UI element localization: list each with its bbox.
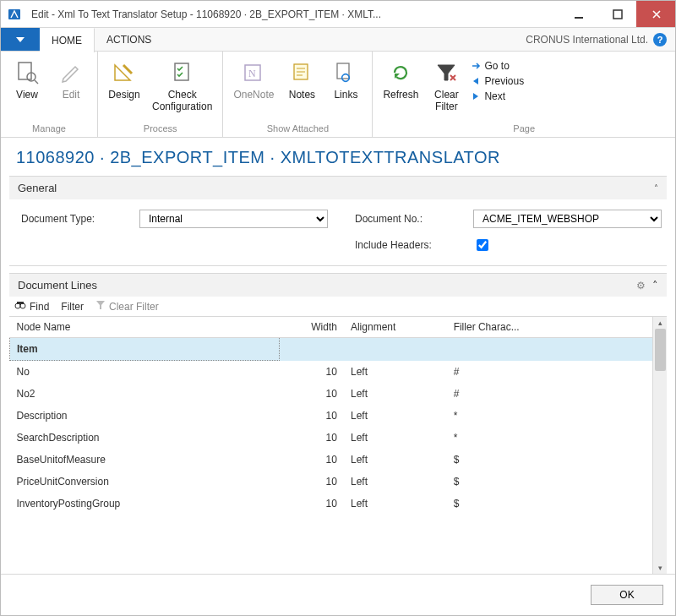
notes-button[interactable]: Notes bbox=[282, 57, 321, 102]
cell-node-name[interactable]: No2 bbox=[10, 383, 280, 405]
col-filler[interactable]: Filler Charac... bbox=[447, 317, 652, 338]
design-button[interactable]: Design bbox=[105, 57, 144, 102]
table-row[interactable]: Description10Left* bbox=[10, 405, 653, 427]
table-row[interactable]: Item bbox=[10, 338, 653, 361]
view-button[interactable]: View bbox=[8, 57, 46, 102]
table-row[interactable]: No10Left# bbox=[10, 361, 653, 384]
edit-button: Edit bbox=[52, 57, 90, 102]
triangle-left-icon bbox=[471, 76, 481, 86]
cell-node-name[interactable]: InventoryPostingGroup bbox=[10, 493, 280, 515]
minimize-button[interactable] bbox=[559, 1, 597, 27]
cell-width[interactable]: 10 bbox=[280, 449, 344, 471]
cell-alignment[interactable] bbox=[344, 338, 447, 361]
gear-icon[interactable]: ⚙ bbox=[636, 280, 646, 292]
cell-node-name[interactable]: PriceUnitConversion bbox=[10, 471, 280, 493]
fasttab-general: General ˄ Document Type: Internal Docume… bbox=[9, 176, 667, 266]
filter-button[interactable]: Filter bbox=[61, 301, 84, 313]
svg-rect-3 bbox=[19, 63, 31, 79]
onenote-button: N OneNote bbox=[230, 57, 277, 102]
goto-link[interactable]: Go to bbox=[471, 60, 524, 72]
document-no-select[interactable]: ACME_ITEM_WEBSHOP bbox=[473, 210, 662, 228]
note-icon bbox=[287, 58, 316, 87]
svg-rect-1 bbox=[575, 17, 583, 19]
scroll-down-arrow[interactable]: ▾ bbox=[653, 562, 667, 574]
cell-filler[interactable]: $ bbox=[447, 471, 652, 493]
cell-width[interactable]: 10 bbox=[280, 405, 344, 427]
ok-button[interactable]: OK bbox=[591, 585, 663, 605]
check-configuration-button[interactable]: Check Configuration bbox=[149, 57, 215, 114]
cell-width[interactable] bbox=[280, 338, 344, 361]
table-row[interactable]: SearchDescription10Left* bbox=[10, 427, 653, 449]
cell-width[interactable]: 10 bbox=[280, 383, 344, 405]
scroll-up-arrow[interactable]: ▴ bbox=[653, 317, 667, 329]
include-headers-checkbox[interactable] bbox=[477, 239, 488, 251]
cell-alignment[interactable]: Left bbox=[344, 361, 447, 384]
cell-node-name[interactable]: No bbox=[10, 361, 280, 384]
system-menu-button[interactable] bbox=[1, 28, 40, 51]
clear-filter-button[interactable]: Clear Filter bbox=[427, 57, 466, 114]
ribbon-group-page: Refresh Clear Filter Go to bbox=[373, 52, 675, 137]
maximize-button[interactable] bbox=[597, 1, 636, 27]
table-row[interactable]: InventoryPostingGroup10Left$ bbox=[10, 493, 653, 515]
cell-width[interactable]: 10 bbox=[280, 427, 344, 449]
col-node-name[interactable]: Node Name bbox=[10, 317, 280, 338]
cell-alignment[interactable]: Left bbox=[344, 427, 447, 449]
vertical-scrollbar[interactable]: ▴ ▾ bbox=[652, 317, 667, 574]
links-button[interactable]: Links bbox=[326, 57, 365, 102]
scroll-thumb[interactable] bbox=[655, 329, 666, 371]
page-magnifier-icon bbox=[13, 58, 41, 87]
tab-home[interactable]: HOME bbox=[40, 28, 95, 52]
checklist-icon bbox=[168, 58, 197, 87]
col-alignment[interactable]: Alignment bbox=[344, 317, 447, 338]
funnel-x-icon bbox=[432, 58, 461, 87]
table-row[interactable]: BaseUnitofMeasure10Left$ bbox=[10, 449, 653, 471]
cell-filler[interactable]: # bbox=[447, 361, 652, 384]
fasttab-document-lines: Document Lines ⚙ ˄ Find Filter Clear Fil… bbox=[9, 273, 667, 574]
tab-actions[interactable]: ACTIONS bbox=[95, 28, 164, 51]
cell-filler[interactable]: $ bbox=[447, 449, 652, 471]
document-lines-grid: Node Name Width Alignment Filler Charac.… bbox=[9, 316, 667, 574]
cell-node-name[interactable]: Description bbox=[10, 405, 280, 427]
col-width[interactable]: Width bbox=[280, 317, 344, 338]
cell-node-name[interactable]: SearchDescription bbox=[10, 427, 280, 449]
close-button[interactable] bbox=[636, 1, 675, 27]
cell-filler[interactable]: * bbox=[447, 427, 652, 449]
page-title: 11068920 · 2B_EXPORT_ITEM · XMLTOTEXTTRA… bbox=[1, 138, 675, 176]
ribbon-group-label: Page bbox=[373, 122, 675, 137]
fasttab-document-lines-header[interactable]: Document Lines ⚙ ˄ bbox=[9, 274, 667, 297]
table-row[interactable]: PriceUnitConversion10Left$ bbox=[10, 471, 653, 493]
cell-filler[interactable]: # bbox=[447, 383, 652, 405]
document-no-label: Document No.: bbox=[348, 213, 466, 225]
ribbon: View Edit Manage bbox=[1, 52, 675, 138]
cell-alignment[interactable]: Left bbox=[344, 449, 447, 471]
find-button[interactable]: Find bbox=[14, 300, 49, 313]
cell-alignment[interactable]: Left bbox=[344, 493, 447, 515]
svg-rect-6 bbox=[175, 63, 188, 80]
table-row[interactable]: No210Left# bbox=[10, 383, 653, 405]
cell-width[interactable]: 10 bbox=[280, 471, 344, 493]
cell-alignment[interactable]: Left bbox=[344, 471, 447, 493]
cell-filler[interactable]: $ bbox=[447, 493, 652, 515]
previous-link[interactable]: Previous bbox=[471, 75, 524, 87]
refresh-button[interactable]: Refresh bbox=[379, 57, 422, 102]
help-icon[interactable]: ? bbox=[653, 33, 667, 46]
cell-filler[interactable] bbox=[447, 338, 652, 361]
include-headers-label: Include Headers: bbox=[348, 239, 466, 251]
cell-alignment[interactable]: Left bbox=[344, 405, 447, 427]
onenote-icon: N bbox=[239, 58, 268, 87]
footer: OK bbox=[1, 574, 675, 615]
svg-rect-2 bbox=[613, 10, 622, 19]
cell-width[interactable]: 10 bbox=[280, 361, 344, 384]
cell-node-name[interactable]: Item bbox=[10, 338, 280, 361]
svg-rect-16 bbox=[17, 302, 24, 304]
app-window: Edit - Xml To Text Translator Setup - 11… bbox=[0, 0, 676, 616]
next-link[interactable]: Next bbox=[471, 90, 524, 102]
cell-width[interactable]: 10 bbox=[280, 493, 344, 515]
cell-filler[interactable]: * bbox=[447, 405, 652, 427]
triangle-right-icon bbox=[471, 91, 481, 101]
cell-alignment[interactable]: Left bbox=[344, 383, 447, 405]
titlebar: Edit - Xml To Text Translator Setup - 11… bbox=[1, 1, 675, 28]
fasttab-general-header[interactable]: General ˄ bbox=[9, 177, 667, 199]
cell-node-name[interactable]: BaseUnitofMeasure bbox=[10, 449, 280, 471]
document-type-select[interactable]: Internal bbox=[139, 210, 328, 228]
